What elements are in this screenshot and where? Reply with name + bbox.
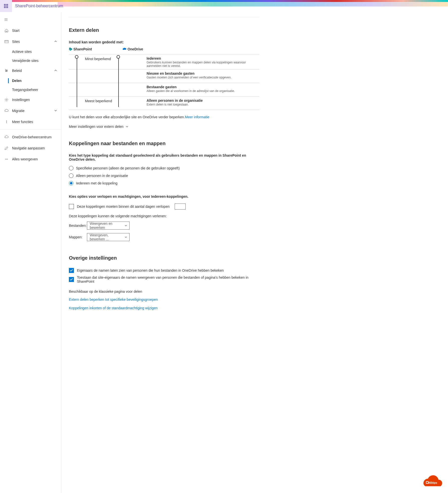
- onedrive-icon: [123, 48, 127, 50]
- files-label: Bestanden:: [69, 224, 87, 228]
- onedrive-brand: OneDrive: [123, 47, 143, 51]
- expander-label: Meer instellingen voor extern delen: [69, 125, 124, 129]
- nav-onedrive-admin[interactable]: OneDrive-beheercentrum: [0, 132, 61, 143]
- 365tips-badge[interactable]: 365tips: [421, 473, 443, 488]
- brand-row: S SharePoint OneDrive: [69, 47, 259, 51]
- nav-active-sites[interactable]: Actieve sites: [0, 47, 61, 56]
- level-title: Bestaande gasten: [147, 85, 259, 89]
- link-type-radio-group: Specifieke personen (alleen de personen …: [69, 166, 259, 185]
- nav-show-all[interactable]: Alles weergeven: [0, 154, 61, 165]
- nav-deleted-sites[interactable]: Verwijderde sites: [0, 56, 61, 65]
- links-desc: Kies het type koppeling dat standaard ge…: [69, 153, 259, 161]
- svg-point-8: [5, 159, 6, 159]
- nav-access[interactable]: Toegangsbeheer: [0, 85, 61, 94]
- collapse-nav-button[interactable]: [0, 14, 12, 25]
- radio-icon: [69, 173, 73, 178]
- nav-label: Meer functies: [12, 120, 33, 124]
- nav-label: Toegangsbeheer: [12, 88, 38, 92]
- nav-label: Sites: [12, 40, 20, 44]
- nav-label: Migratie: [12, 109, 25, 113]
- nav-policies[interactable]: Beleid: [0, 65, 61, 76]
- nav-migration[interactable]: Migratie: [0, 105, 61, 116]
- divider: [69, 17, 259, 17]
- brand-label: OneDrive: [128, 47, 143, 51]
- owners-onedrive-checkbox[interactable]: [69, 268, 74, 273]
- section-heading-links: Koppelingen naar bestanden en mappen: [69, 141, 259, 146]
- nav-label: Actieve sites: [12, 50, 32, 54]
- more-external-settings-expander[interactable]: Meer instellingen voor extern delen: [69, 125, 259, 129]
- chevron-down-icon: [54, 109, 57, 113]
- svg-point-9: [6, 159, 7, 159]
- slider-track-onedrive[interactable]: [118, 57, 119, 107]
- expiry-heading: Kies opties voor verlopen en machtiginge…: [69, 194, 259, 199]
- home-icon: [4, 28, 9, 33]
- share-with-label: Inhoud kan worden gedeeld met:: [69, 40, 259, 44]
- svg-point-6: [6, 122, 7, 122]
- chevron-down-icon: [125, 236, 127, 239]
- level-title: Alleen personen in de organisatie: [147, 98, 259, 103]
- nav-label: OneDrive-beheercentrum: [12, 135, 52, 139]
- slider-handle-onedrive[interactable]: [117, 55, 120, 59]
- pencil-icon: [4, 146, 9, 151]
- radio-icon: [69, 181, 73, 185]
- chevron-down-icon: [126, 125, 129, 128]
- svg-text:S: S: [70, 48, 71, 50]
- svg-point-7: [6, 123, 7, 123]
- radio-icon: [69, 166, 73, 170]
- topbar: SharePoint-beheercentrum: [0, 0, 448, 12]
- owners-sharepoint-checkbox[interactable]: [69, 277, 74, 282]
- nav-customize-navigation[interactable]: Navigatie aanpassen: [0, 143, 61, 154]
- nav-label: Alles weergeven: [12, 157, 38, 161]
- ellipsis-icon: [4, 157, 9, 162]
- restrict-groups-link[interactable]: Extern delen beperken tot specifieke bev…: [69, 298, 259, 302]
- checkbox-label: Eigenaars de namen laten zien van person…: [77, 268, 224, 272]
- select-value: Weergeven, bewerken ...: [90, 233, 125, 241]
- sharing-sliders: Minst beperkend Iedereen Gebruikers kunn…: [69, 54, 259, 110]
- level-desc: Gasten moeten zich aanmelden of een veri…: [147, 76, 259, 79]
- level-title: Nieuwe en bestaande gasten: [147, 71, 259, 75]
- svg-point-4: [6, 99, 7, 101]
- radio-anyone-link[interactable]: Iedereen met de koppeling: [69, 181, 259, 185]
- sidebar: Start Sites Actieve sites Verwijderde si…: [0, 12, 61, 493]
- slider-track-sharepoint[interactable]: [77, 57, 77, 107]
- radio-org-only[interactable]: Alleen personen in de organisatie: [69, 173, 259, 178]
- classic-page-label: Beschikbaar op de klassieke pagina voor …: [69, 289, 259, 293]
- restrict-info: U kunt het delen voor elke afzonderlijke…: [69, 115, 259, 119]
- app-launcher-button[interactable]: [0, 0, 12, 12]
- slider-handle-sharepoint[interactable]: [75, 55, 78, 59]
- nav-label: Beleid: [12, 69, 22, 73]
- nav-more-features[interactable]: Meer functies: [0, 116, 61, 127]
- level-desc: Extern delen is niet toegestaan.: [147, 103, 259, 106]
- radio-label: Specifieke personen (alleen de personen …: [76, 166, 180, 170]
- radio-specific-people[interactable]: Specifieke personen (alleen de personen …: [69, 166, 259, 170]
- policies-icon: [4, 68, 9, 73]
- permissions-text: Deze koppelingen kunnen de volgende mach…: [69, 214, 259, 218]
- files-permission-select[interactable]: Weergeven en bewerken: [87, 222, 130, 230]
- waffle-icon: [4, 4, 8, 8]
- expire-checkbox-row: Deze koppelingen moeten binnen dit aanta…: [69, 204, 259, 210]
- app-title: SharePoint-beheercentrum: [12, 4, 63, 8]
- cloud-icon: [4, 135, 9, 140]
- svg-point-10: [7, 159, 8, 159]
- more-info-link[interactable]: Meer informatie: [185, 115, 209, 119]
- chevron-down-icon: [125, 224, 127, 227]
- brand-label: SharePoint: [73, 47, 92, 51]
- expire-checkbox[interactable]: [69, 204, 74, 209]
- expire-days-input[interactable]: [175, 204, 186, 210]
- checkbox-label: Deze koppelingen moeten binnen dit aanta…: [77, 205, 170, 209]
- section-heading-other: Overige instellingen: [69, 255, 259, 261]
- nav-label: Delen: [12, 79, 22, 83]
- nav-sites[interactable]: Sites: [0, 36, 61, 47]
- folders-permission-select[interactable]: Weergeven, bewerken ...: [87, 233, 130, 241]
- svg-rect-0: [5, 40, 8, 43]
- gear-icon: [4, 97, 9, 102]
- main-content: Extern delen Inhoud kan worden gedeeld m…: [61, 12, 267, 493]
- folders-label: Mappen:: [69, 235, 87, 239]
- select-value: Weergeven en bewerken: [90, 222, 125, 230]
- svg-text:365tips: 365tips: [428, 481, 437, 484]
- nav-sharing[interactable]: Delen: [0, 76, 61, 85]
- shorten-links-link[interactable]: Koppelingen inkorten of de standaardmach…: [69, 306, 259, 310]
- chevron-up-icon: [54, 40, 57, 44]
- nav-start[interactable]: Start: [0, 25, 61, 36]
- nav-settings[interactable]: Instellingen: [0, 94, 61, 105]
